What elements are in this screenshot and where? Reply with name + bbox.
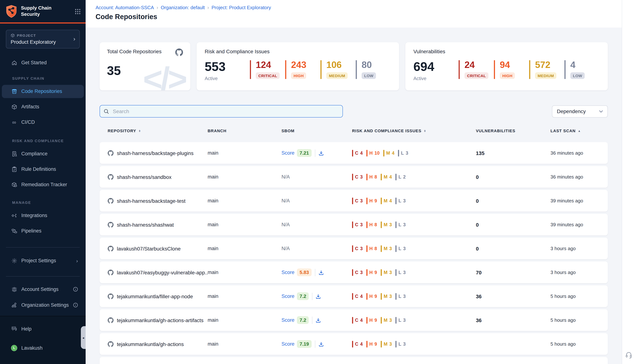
severity-chip-critical: C4 (352, 293, 363, 300)
sidebar-collapse-handle[interactable]: ◀ (81, 326, 86, 349)
table-row[interactable]: tejakummarikuntla/gh-actions main Score … (100, 333, 608, 355)
severity-chip-medium: M3 (381, 269, 392, 276)
search-input[interactable] (112, 108, 339, 114)
branch-cell: main (208, 198, 282, 204)
sidebar-item-compliance[interactable]: Compliance (2, 147, 84, 160)
app-grid-icon[interactable] (75, 9, 81, 14)
repository-cell[interactable]: shash-harness/backstage-plugins (108, 150, 208, 156)
remediation-box-icon (11, 182, 17, 188)
table-row[interactable]: shash-harness/backstage-test main N/A C3… (100, 190, 608, 212)
vulnerability-count-cell: 36 (476, 317, 550, 323)
repository-cell[interactable]: tejakummarikuntla/gh-actions-artifacts (108, 317, 208, 323)
table-row[interactable]: shash-harness/shashwat main N/A C3 H8 M3 (100, 214, 608, 236)
download-sbom-button[interactable] (316, 294, 321, 299)
score-label: Score (282, 150, 295, 156)
download-sbom-button[interactable] (318, 342, 324, 346)
repository-cell[interactable]: tejakummarikuntla/filler-app-node (108, 293, 208, 299)
sidebar-item-pipelines[interactable]: Pipelines (2, 224, 84, 238)
github-icon (108, 317, 114, 323)
search-box[interactable] (100, 105, 343, 118)
sidebar-item-code-repositories[interactable]: </> Code Repositories (2, 85, 84, 98)
main-content: Account: Automation-SSCA › Organization:… (86, 0, 622, 364)
table-row[interactable]: tejakummarikuntla/filler-app-node main S… (100, 286, 608, 307)
info-icon[interactable] (73, 303, 78, 308)
sidebar-item-help[interactable]: ? Help (2, 322, 84, 335)
repository-name: tejakummarikuntla/gh-actions (117, 341, 184, 347)
github-icon (108, 198, 114, 204)
column-header-last-scan[interactable]: LAST SCAN ▲ (550, 128, 608, 133)
last-scan-cell: 5 hours ago (550, 294, 608, 299)
breadcrumb-account-link[interactable]: Account: Automation-SSCA (96, 5, 154, 10)
table-row[interactable]: tejakummarikuntla/gh-actions-artifacts m… (100, 309, 608, 331)
download-sbom-button[interactable] (318, 150, 324, 156)
score-label: Score (282, 341, 295, 347)
gear-icon (11, 258, 17, 264)
repository-cell[interactable]: tejakummarikuntla/gh-actions (108, 341, 208, 347)
chevron-down-icon (599, 110, 603, 112)
filter-value: Dependency (557, 108, 586, 114)
sidebar-item-cicd[interactable]: ∞ CI/CD (2, 116, 84, 129)
column-header-repository[interactable]: REPOSITORY ▲▼ (108, 128, 208, 133)
sidebar-item-account-settings[interactable]: Account Settings (2, 283, 84, 296)
sbom-not-available: N/A (282, 222, 290, 227)
sidebar-item-remediation-tracker[interactable]: Remediation Tracker (2, 178, 84, 191)
download-sbom-button[interactable] (316, 318, 321, 323)
sidebar-item-artifacts[interactable]: Artifacts (2, 100, 84, 113)
branch-cell: main (208, 317, 282, 323)
last-scan-cell: 5 hours ago (550, 317, 608, 323)
table-body: shash-harness/backstage-plugins main Sco… (100, 142, 608, 364)
sidebar-item-get-started[interactable]: Get Started (2, 56, 84, 69)
app: Supply Chain Security PROJECT Product Ex… (0, 0, 635, 364)
vulnerabilities-subtitle: Active (413, 76, 459, 81)
severity-chip-critical: C3 (352, 245, 363, 252)
vulnerability-count-cell: 0 (476, 222, 550, 228)
sidebar-section-manage: MANAGE (0, 200, 86, 205)
download-sbom-button[interactable] (318, 270, 324, 275)
infinity-icon: ∞ (11, 120, 17, 124)
card-title: Risk and Compliance Issues (205, 48, 391, 54)
severity-chip-medium: M4 (381, 198, 392, 204)
table-row[interactable]: shash-harness/backstage-plugins main Sco… (100, 142, 608, 164)
branch-cell: main (208, 341, 282, 347)
sort-icon[interactable]: ▲▼ (138, 130, 141, 132)
severity-label-badge: MEDIUM (535, 72, 556, 79)
content: Total Code Repositories 35 </> Risk and … (86, 42, 622, 364)
sort-icon[interactable]: ▲▼ (424, 130, 426, 132)
table-row[interactable]: lavakush07/StarbucksClone main N/A C3 H8… (100, 238, 608, 259)
page-title: Code Repositories (96, 13, 622, 21)
severity-label-badge: CRITICAL (256, 72, 280, 79)
issues-cell: C3 H8 M3 L3 (352, 221, 476, 228)
severity-chip-low: L3 (398, 150, 408, 156)
repository-cell[interactable]: shash-harness/shashwat (108, 222, 208, 228)
repository-cell[interactable]: shash-harness/backstage-test (108, 198, 208, 204)
repository-cell[interactable]: lavakush07/easybuggy-vulnerable-app... (108, 270, 208, 275)
sbom-cell: Score 5.83 (282, 268, 352, 276)
repository-cell[interactable]: shash-harness/sandbox (108, 174, 208, 180)
severity-label-badge: CRITICAL (464, 72, 488, 79)
home-icon (11, 60, 17, 66)
breadcrumb-organization-link[interactable]: Organization: default (161, 5, 205, 10)
support-headset-icon[interactable] (625, 351, 632, 359)
table-row[interactable]: lavakush07/argocd-hub-spoke-demo main N/… (100, 357, 608, 364)
user-name: Lavakush (21, 345, 43, 350)
sidebar-item-organization-settings[interactable]: Organization Settings (2, 298, 84, 312)
last-scan-cell: 36 minutes ago (550, 150, 608, 156)
column-header-issues[interactable]: RISK AND COMPLIANCE ISSUES ▲▼ (352, 128, 476, 133)
repository-cell[interactable]: lavakush07/StarbucksClone (108, 246, 208, 252)
severity-chip-high: H9 (366, 341, 377, 347)
info-icon[interactable] (73, 287, 78, 292)
project-selector[interactable]: PROJECT Product Exploratory › (6, 30, 80, 48)
breadcrumb-project-link[interactable]: Project: Product Exploratory (212, 5, 271, 10)
sidebar-item-rule-definitions[interactable]: Rule Definitions (2, 162, 84, 176)
filter-dropdown[interactable]: Dependency (552, 105, 608, 117)
user-menu[interactable]: L Lavakush (2, 341, 84, 354)
table-row[interactable]: lavakush07/easybuggy-vulnerable-app... m… (100, 262, 608, 283)
sidebar-item-project-settings[interactable]: Project Settings › (2, 254, 84, 267)
sidebar-item-integrations[interactable]: Integrations (2, 209, 84, 222)
table-row[interactable]: shash-harness/sandbox main N/A C3 H8 M4 (100, 166, 608, 188)
severity-chip-high: H9 (366, 269, 377, 276)
branch-cell: main (208, 174, 282, 180)
sort-ascending-icon[interactable]: ▲ (578, 129, 581, 132)
repository-name: lavakush07/StarbucksClone (117, 246, 181, 252)
repository-name: shash-harness/backstage-test (117, 198, 186, 204)
